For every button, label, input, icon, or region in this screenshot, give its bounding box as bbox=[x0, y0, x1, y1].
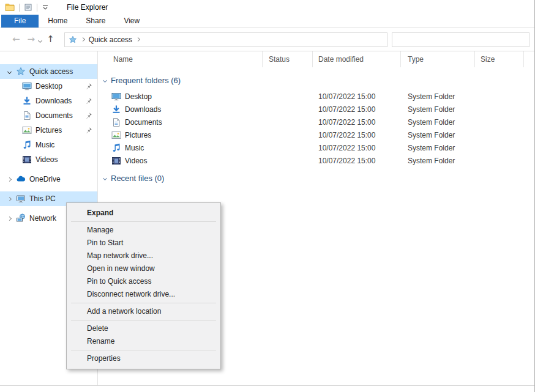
sidebar-item-label: Music bbox=[36, 141, 54, 149]
menu-item-delete[interactable]: Delete bbox=[67, 322, 220, 335]
this-pc-icon bbox=[16, 194, 26, 204]
back-button[interactable]: ← bbox=[9, 35, 24, 44]
desktop-icon bbox=[111, 92, 121, 102]
tab-file[interactable]: File bbox=[1, 15, 39, 28]
sidebar-item-label: Downloads bbox=[36, 97, 72, 105]
menu-item-pin-to-start[interactable]: Pin to Start bbox=[67, 237, 220, 250]
menu-item-manage[interactable]: Manage bbox=[67, 224, 220, 237]
music-icon bbox=[22, 140, 32, 150]
menu-item-add-a-network-location[interactable]: Add a network location bbox=[67, 305, 220, 318]
sidebar-item-downloads[interactable]: Downloads bbox=[0, 94, 97, 108]
file-name: Pictures bbox=[125, 131, 151, 139]
sidebar-item-documents[interactable]: Documents bbox=[0, 108, 97, 123]
videos-icon bbox=[111, 156, 121, 166]
tab-share[interactable]: Share bbox=[77, 15, 114, 28]
column-header-status[interactable]: Status bbox=[263, 51, 313, 67]
file-date-modified: 10/07/2022 15:00 bbox=[313, 131, 401, 139]
sidebar-item-music[interactable]: Music bbox=[0, 138, 97, 152]
menu-separator bbox=[71, 303, 216, 303]
collapsed-chevron-icon[interactable] bbox=[6, 178, 12, 181]
sidebar-item-pictures[interactable]: Pictures bbox=[0, 123, 97, 138]
column-header-size[interactable]: Size bbox=[475, 51, 524, 67]
breadcrumb-chevron-icon[interactable] bbox=[81, 37, 85, 42]
quick-access-toolbar-icon[interactable] bbox=[24, 3, 32, 12]
tab-home[interactable]: Home bbox=[39, 15, 77, 28]
desktop-icon bbox=[22, 81, 32, 91]
sidebar-item-quick-access[interactable]: Quick access bbox=[0, 64, 97, 79]
menu-separator bbox=[71, 350, 216, 350]
navigation-bar: ← → ↑ Quick access bbox=[0, 28, 534, 51]
file-name: Music bbox=[125, 144, 144, 152]
column-header-name[interactable]: Name bbox=[98, 51, 263, 67]
documents-icon bbox=[22, 111, 32, 120]
file-type: System Folder bbox=[401, 144, 475, 152]
file-row-desktop[interactable]: Desktop 10/07/2022 15:00 System Folder bbox=[98, 90, 534, 103]
expanded-chevron-icon[interactable] bbox=[6, 70, 12, 73]
file-type: System Folder bbox=[401, 157, 475, 165]
breadcrumb[interactable]: Quick access bbox=[89, 35, 132, 44]
sidebar-item-onedrive[interactable]: OneDrive bbox=[0, 172, 97, 187]
frequent-folders-rows: Desktop 10/07/2022 15:00 System Folder D… bbox=[98, 90, 534, 167]
documents-icon bbox=[111, 117, 121, 127]
toolbar-separator bbox=[19, 4, 20, 12]
ribbon-tab-bar: File Home Share View bbox=[0, 15, 534, 28]
title-bar: File Explorer bbox=[0, 0, 534, 15]
sidebar-item-desktop[interactable]: Desktop bbox=[0, 79, 97, 94]
breadcrumb-chevron-icon[interactable] bbox=[136, 37, 140, 42]
toolbar-separator bbox=[37, 4, 37, 12]
file-row-videos[interactable]: Videos 10/07/2022 15:00 System Folder bbox=[98, 154, 534, 167]
menu-item-rename[interactable]: Rename bbox=[67, 335, 220, 348]
sidebar-gap bbox=[0, 187, 97, 191]
sidebar-item-videos[interactable]: Videos bbox=[0, 152, 97, 167]
menu-item-map-network-drive[interactable]: Map network drive... bbox=[67, 250, 220, 262]
menu-item-open-in-new-window[interactable]: Open in new window bbox=[67, 262, 220, 275]
file-row-downloads[interactable]: Downloads 10/07/2022 15:00 System Folder bbox=[98, 103, 534, 116]
file-row-documents[interactable]: Documents 10/07/2022 15:00 System Folder bbox=[98, 116, 534, 128]
column-header-date-modified[interactable]: Date modified bbox=[313, 51, 401, 67]
group-chevron-icon[interactable] bbox=[103, 176, 107, 180]
pin-icon bbox=[85, 83, 92, 92]
sidebar-item-label: Pictures bbox=[36, 126, 62, 135]
file-name-cell: Pictures bbox=[98, 130, 263, 140]
file-date-modified: 10/07/2022 15:00 bbox=[313, 157, 401, 165]
group-label: Recent files (0) bbox=[111, 174, 164, 183]
file-row-music[interactable]: Music 10/07/2022 15:00 System Folder bbox=[98, 141, 534, 154]
file-name: Desktop bbox=[125, 92, 152, 101]
file-row-pictures[interactable]: Pictures 10/07/2022 15:00 System Folder bbox=[98, 128, 534, 141]
file-name-cell: Desktop bbox=[98, 92, 263, 102]
menu-separator bbox=[71, 320, 216, 320]
collapsed-chevron-icon[interactable] bbox=[6, 217, 12, 220]
group-chevron-icon[interactable] bbox=[103, 78, 107, 82]
file-name-cell: Music bbox=[98, 143, 263, 153]
search-input[interactable] bbox=[392, 32, 529, 47]
file-name-cell: Documents bbox=[98, 117, 263, 127]
recent-locations-chevron-icon[interactable] bbox=[39, 35, 42, 44]
downloads-icon bbox=[22, 96, 32, 106]
status-bar bbox=[0, 385, 534, 392]
customize-toolbar-chevron-icon[interactable] bbox=[42, 4, 49, 11]
pictures-icon bbox=[22, 125, 32, 135]
address-bar[interactable]: Quick access bbox=[64, 32, 387, 47]
onedrive-cloud-icon bbox=[16, 174, 26, 184]
group-header-recent-files[interactable]: Recent files (0) bbox=[98, 172, 534, 183]
tab-view[interactable]: View bbox=[114, 15, 149, 28]
forward-button[interactable]: → bbox=[24, 35, 39, 44]
menu-item-properties[interactable]: Properties bbox=[67, 352, 220, 365]
column-header-type[interactable]: Type bbox=[401, 51, 475, 67]
sidebar-item-label: Documents bbox=[36, 111, 73, 120]
file-name-cell: Downloads bbox=[98, 105, 263, 114]
quick-access-star-icon bbox=[16, 67, 26, 76]
up-button[interactable]: ↑ bbox=[43, 35, 58, 44]
group-label: Frequent folders (6) bbox=[111, 76, 181, 85]
network-icon bbox=[16, 213, 26, 223]
file-name-cell: Videos bbox=[98, 156, 263, 166]
group-header-frequent-folders[interactable]: Frequent folders (6) bbox=[98, 75, 534, 86]
menu-item-expand[interactable]: Expand bbox=[67, 207, 220, 220]
menu-item-pin-to-quick-access[interactable]: Pin to Quick access bbox=[67, 275, 220, 288]
downloads-icon bbox=[111, 105, 121, 114]
pin-icon bbox=[85, 112, 92, 121]
menu-item-disconnect-network-drive[interactable]: Disconnect network drive... bbox=[67, 288, 220, 301]
collapsed-chevron-icon[interactable] bbox=[6, 198, 12, 201]
file-date-modified: 10/07/2022 15:00 bbox=[313, 144, 401, 152]
sidebar-item-label: Network bbox=[29, 214, 56, 223]
